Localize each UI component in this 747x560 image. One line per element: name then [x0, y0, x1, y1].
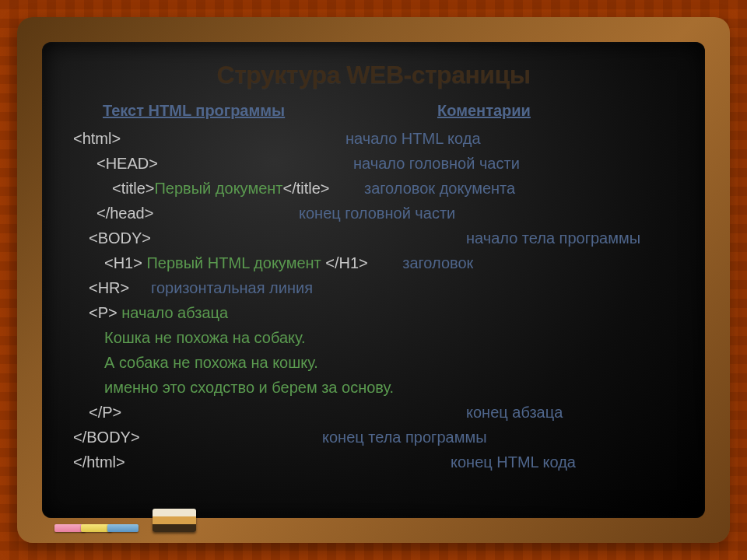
html-tag: <HEAD>: [96, 151, 353, 176]
html-tag: <title>: [112, 176, 154, 201]
code-line: <html>начало HTML кода: [73, 126, 674, 151]
code-line: <P> начало абзаца: [73, 300, 674, 325]
html-tag: </BODY>: [73, 425, 322, 450]
html-closing-tag: </H1>: [325, 250, 367, 275]
header-left: Текст HTML программы: [103, 102, 414, 120]
code-line: именно это сходство и берем за основу.: [73, 375, 674, 400]
code-line: <HR> горизонтальная линия: [73, 275, 674, 300]
code-comment: заголовок: [368, 250, 474, 275]
code-comment: конец абзаца: [466, 400, 563, 425]
code-line: Кошка не похожа на собаку.: [73, 325, 674, 350]
code-line: <HEAD>начало головной части: [73, 151, 674, 176]
code-line: </BODY>конец тела программы: [73, 425, 674, 450]
chalk-blue-icon: [107, 524, 139, 532]
chalkboard-frame: Структура WEB-страницы Текст HTML програ…: [17, 17, 730, 543]
code-line: </head>конец головной части: [73, 201, 674, 226]
code-comment: начало головной части: [353, 151, 520, 176]
code-block: <html>начало HTML кода<HEAD>начало голов…: [73, 126, 674, 474]
code-comment: начало HTML кода: [345, 126, 481, 151]
code-comment: конец головной части: [299, 201, 455, 226]
code-content: именно это сходство и берем за основу.: [104, 375, 394, 400]
code-content: А собака не похожа на кошку.: [104, 350, 318, 375]
code-content: Первый документ: [154, 176, 282, 201]
html-tag: </P>: [89, 400, 466, 425]
html-tag: <H1>: [104, 250, 142, 275]
code-content: горизонтальная линия: [129, 275, 313, 300]
html-tag: </head>: [96, 201, 299, 226]
code-line: </html>конец HTML кода: [73, 450, 674, 474]
code-line: <title>Первый документ</title> заголовок…: [73, 176, 674, 201]
html-tag: <P>: [89, 300, 121, 325]
code-comment: начало тела программы: [466, 226, 640, 250]
code-content: Первый HTML документ: [142, 250, 325, 275]
column-headers: Текст HTML программы Коментарии: [73, 102, 674, 120]
html-tag: </html>: [73, 450, 451, 474]
code-line: </P>конец абзаца: [73, 400, 674, 425]
code-comment: заголовок документа: [330, 176, 516, 201]
html-tag: <html>: [73, 126, 345, 151]
html-tag: <BODY>: [89, 226, 466, 250]
code-content: начало абзаца: [121, 300, 228, 325]
code-content: Кошка не похожа на собаку.: [104, 325, 306, 350]
header-right: Коментарии: [437, 102, 531, 120]
code-line: А собака не похожа на кошку.: [73, 350, 674, 375]
slide-title: Структура WEB-страницы: [73, 61, 674, 89]
chalkboard: Структура WEB-страницы Текст HTML програ…: [42, 42, 705, 518]
html-tag: <HR>: [89, 275, 129, 300]
wood-background: Структура WEB-страницы Текст HTML програ…: [0, 0, 747, 560]
code-line: <BODY>начало тела программы: [73, 226, 674, 250]
html-closing-tag: </title>: [282, 176, 329, 201]
code-comment: конец тела программы: [322, 425, 487, 450]
eraser-icon: [153, 509, 196, 532]
code-line: <H1> Первый HTML документ </H1> заголово…: [73, 250, 674, 275]
code-comment: конец HTML кода: [451, 450, 576, 474]
chalk-tray: [54, 509, 196, 532]
